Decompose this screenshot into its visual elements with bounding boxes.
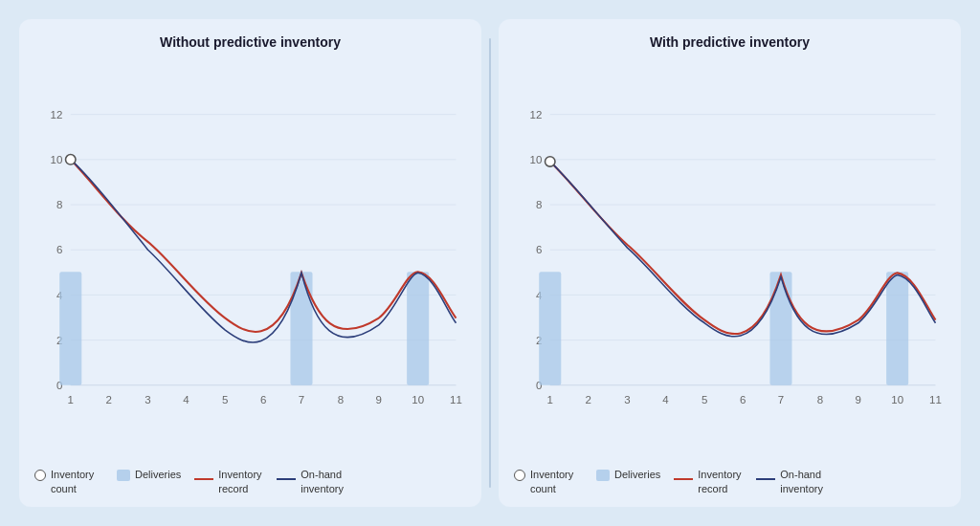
legend-left: Inventory count Deliveries Inventory rec… xyxy=(34,468,466,495)
svg-text:8: 8 xyxy=(536,199,542,210)
svg-text:1: 1 xyxy=(68,394,74,405)
inventory-record-line-left xyxy=(71,160,457,332)
delivery-bar-10-left xyxy=(407,272,429,385)
legend-circle-icon-right xyxy=(514,470,525,484)
legend-line-red-icon-left xyxy=(194,470,213,483)
svg-text:4: 4 xyxy=(183,394,189,405)
chart-title-with: With predictive inventory xyxy=(514,34,946,50)
delivery-bar-7-right xyxy=(769,272,791,385)
legend-right: Inventory count Deliveries Inventory rec… xyxy=(514,468,946,495)
on-hand-line-left xyxy=(71,160,457,342)
svg-text:9: 9 xyxy=(376,394,382,405)
chart-svg-with: 12 10 8 6 4 2 0 1 2 3 4 5 6 7 8 9 10 11 xyxy=(514,59,946,460)
svg-text:7: 7 xyxy=(778,394,784,405)
svg-text:8: 8 xyxy=(56,199,62,210)
svg-text:11: 11 xyxy=(929,394,942,405)
svg-text:8: 8 xyxy=(817,394,823,405)
delivery-bar-1-right xyxy=(539,272,561,385)
svg-text:3: 3 xyxy=(624,394,630,405)
inventory-record-line-right xyxy=(550,162,936,334)
svg-text:11: 11 xyxy=(450,394,462,405)
svg-text:5: 5 xyxy=(702,394,707,405)
main-container: Without predictive inventory 12 10 8 6 xyxy=(0,0,980,526)
legend-inventory-count-left: Inventory count xyxy=(34,468,103,495)
inventory-count-point-left xyxy=(66,155,76,164)
delivery-bar-1-left xyxy=(59,272,81,385)
legend-line-red-icon-right xyxy=(674,470,693,483)
svg-text:9: 9 xyxy=(856,394,861,405)
delivery-bar-7-left xyxy=(290,272,312,385)
svg-text:1: 1 xyxy=(547,394,553,405)
svg-text:6: 6 xyxy=(536,244,542,255)
chart-panel-with: With predictive inventory 12 10 8 6 4 2 … xyxy=(499,19,961,507)
legend-record-right: Inventory record xyxy=(674,468,743,495)
delivery-bar-10-right xyxy=(886,272,908,385)
svg-text:10: 10 xyxy=(891,394,903,405)
svg-text:6: 6 xyxy=(260,394,266,405)
svg-text:12: 12 xyxy=(530,109,543,121)
legend-bar-icon-left xyxy=(117,470,130,484)
legend-onhand-right: On-hand inventory xyxy=(756,468,825,495)
svg-text:10: 10 xyxy=(51,154,63,165)
legend-inventory-count-right: Inventory count xyxy=(514,468,583,495)
svg-text:6: 6 xyxy=(56,244,62,255)
svg-text:8: 8 xyxy=(338,394,344,405)
svg-text:5: 5 xyxy=(222,394,228,405)
svg-text:12: 12 xyxy=(51,109,63,121)
chart-area-with: 12 10 8 6 4 2 0 1 2 3 4 5 6 7 8 9 10 11 xyxy=(514,59,946,460)
on-hand-line-right xyxy=(550,162,936,337)
legend-deliveries-left: Deliveries xyxy=(117,468,181,484)
svg-text:3: 3 xyxy=(145,394,150,405)
legend-circle-icon-left xyxy=(34,470,46,484)
panel-divider xyxy=(489,38,491,488)
svg-text:7: 7 xyxy=(299,394,304,405)
inventory-count-point-right xyxy=(546,157,555,166)
svg-text:6: 6 xyxy=(740,394,746,405)
legend-bar-icon-right xyxy=(596,470,610,484)
chart-title-without: Without predictive inventory xyxy=(34,34,466,50)
legend-record-left: Inventory record xyxy=(194,468,263,495)
svg-text:4: 4 xyxy=(662,394,669,405)
legend-line-blue-icon-right xyxy=(756,470,775,483)
legend-onhand-left: On-hand inventory xyxy=(277,468,345,495)
legend-line-blue-icon-left xyxy=(277,470,296,483)
svg-text:2: 2 xyxy=(105,394,111,405)
chart-area-without: 12 10 8 6 4 2 0 1 2 3 4 5 6 7 8 9 10 xyxy=(34,59,466,460)
svg-text:10: 10 xyxy=(530,154,543,165)
svg-text:10: 10 xyxy=(412,394,424,405)
svg-text:2: 2 xyxy=(585,394,590,405)
chart-panel-without: Without predictive inventory 12 10 8 6 xyxy=(19,19,481,507)
legend-deliveries-right: Deliveries xyxy=(596,468,660,484)
chart-svg-without: 12 10 8 6 4 2 0 1 2 3 4 5 6 7 8 9 10 xyxy=(34,59,466,460)
